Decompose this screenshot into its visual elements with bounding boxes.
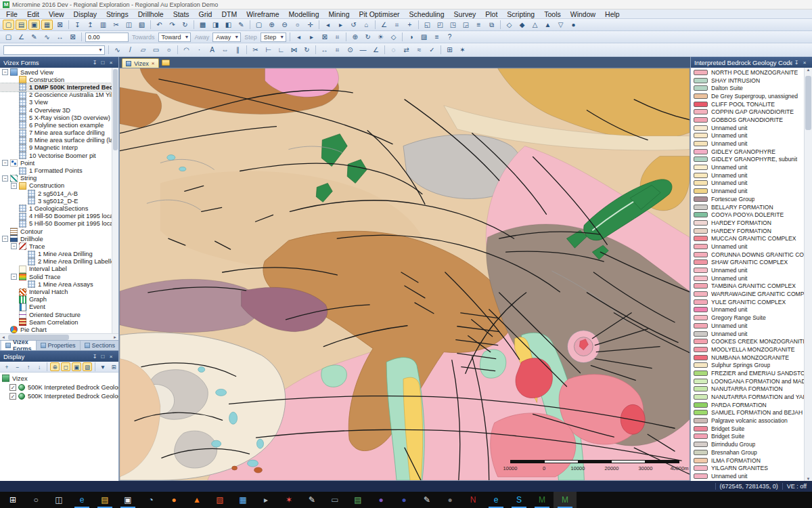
tree-item-oriented-structure[interactable]: Oriented Structure: [0, 311, 112, 318]
taskbar-photos-icon[interactable]: ▦: [231, 492, 254, 508]
tab-close-icon[interactable]: ×: [152, 60, 155, 66]
tree-item-event[interactable]: Event: [0, 303, 112, 311]
menu-plot[interactable]: Plot: [480, 9, 502, 19]
export-icon[interactable]: ↥: [85, 20, 96, 30]
polygon-icon[interactable]: ▱: [137, 45, 149, 55]
layer-list-icon[interactable]: ≡: [473, 20, 484, 30]
point-tool-icon[interactable]: ·: [194, 45, 205, 55]
tree-expander-icon[interactable]: −: [11, 274, 17, 280]
tree-item-saved-view[interactable]: −Saved View: [0, 68, 112, 76]
legend-item[interactable]: Dalton Suite: [694, 84, 804, 92]
dock-tab-vizex-forms[interactable]: Vizex Forms: [1, 341, 37, 350]
rotate-view-icon[interactable]: ↻: [362, 32, 374, 42]
taskbar-media-player-icon[interactable]: ▸: [254, 492, 277, 508]
clip-toggle-icon[interactable]: ⊠: [319, 32, 330, 42]
legend-item[interactable]: CORUNNA DOWNS GRANITIC COMPLEX: [694, 251, 804, 259]
tree-item-1-dmp-500k-interpreted-bedrock[interactable]: 1 DMP 500K Interpreted Bedrock: [0, 83, 112, 91]
save-file-icon[interactable]: ▣: [28, 20, 40, 30]
legend-item[interactable]: De Grey Supergroup, unassigned: [694, 92, 804, 100]
grid-display-icon[interactable]: ⌗: [391, 20, 403, 30]
next-view-icon[interactable]: ▸: [335, 20, 346, 30]
legend-item[interactable]: Unnamed unit: [694, 179, 804, 188]
menu-modelling[interactable]: Modelling: [284, 9, 324, 19]
menu-dtm[interactable]: DTM: [217, 9, 242, 19]
vizex-tree-hscrollbar[interactable]: ◄ ►: [0, 333, 118, 340]
legend-item[interactable]: Bridget Suite: [694, 425, 804, 433]
select-icon[interactable]: ▢: [253, 20, 265, 30]
tree-item-construction[interactable]: −Construction: [0, 182, 112, 190]
help-mode-icon[interactable]: ?: [444, 32, 455, 42]
tree-item-4-hill-50-boomer-pit-1995-local-clean[interactable]: 4 Hill-50 Boomer pit 1995 local clean: [0, 213, 112, 220]
menu-wireframe[interactable]: Wireframe: [242, 9, 284, 19]
legend-item[interactable]: Unnamed unit: [694, 187, 804, 195]
tree-expander-icon[interactable]: −: [2, 160, 8, 166]
taskbar-irfanview-icon[interactable]: ▧: [208, 492, 231, 508]
menu-tools[interactable]: Tools: [539, 9, 566, 19]
legend-item[interactable]: COPPIN GAP GRANODIORITE: [694, 108, 804, 116]
tree-item-9-magnetic-interp[interactable]: 9 Magnetic Interp: [0, 144, 112, 152]
open-file-icon[interactable]: ▤: [16, 20, 27, 30]
tree-expander-icon[interactable]: −: [11, 183, 17, 189]
tree-expander-icon[interactable]: −: [2, 175, 8, 182]
menu-edit[interactable]: Edit: [22, 9, 44, 19]
dock-tab-sections[interactable]: Sections: [81, 341, 120, 350]
menu-window[interactable]: Window: [566, 9, 600, 19]
legend-item[interactable]: Unnamed unit: [694, 330, 804, 338]
legend-item[interactable]: Unnamed unit: [694, 306, 804, 314]
dimension-icon[interactable]: ⇔: [219, 45, 231, 55]
zoom-extents-icon[interactable]: ○: [292, 20, 303, 30]
taskbar-green-doc-icon[interactable]: ▤: [346, 492, 369, 508]
close-icon[interactable]: ×: [107, 60, 115, 66]
tree-item-interval-hatch[interactable]: Interval Hatch: [0, 288, 112, 295]
edit-string-icon[interactable]: ∿: [41, 32, 53, 42]
group-layers-icon[interactable]: ⊞: [109, 362, 118, 371]
taskbar-blue-app-icon[interactable]: ●: [392, 492, 415, 508]
move-point-icon[interactable]: ↔: [54, 32, 66, 42]
tree-item-3-view[interactable]: 3 View: [0, 99, 112, 106]
previous-view-icon[interactable]: ◂: [322, 20, 334, 30]
legend-item[interactable]: WARRAWAGINE GRANITIC COMPLEX: [694, 290, 804, 298]
mirror-icon[interactable]: ⋈: [288, 45, 300, 55]
legend-item[interactable]: FREZIER and EMERIAU SANDSTONES: [694, 369, 804, 377]
legend-item[interactable]: Palgrave volcanic association: [694, 417, 804, 425]
tree-item-1-mine-area-assays[interactable]: 1 Mine Area Assays: [0, 280, 112, 288]
legend-item[interactable]: COOKES CREEK MONZOGRANITE: [694, 337, 804, 345]
taskbar-search-icon[interactable]: ○: [24, 492, 47, 508]
orbit-icon[interactable]: ↺: [348, 20, 359, 30]
legend-item[interactable]: COOYA POOYA DOLERITE: [694, 211, 804, 219]
menu-view[interactable]: View: [44, 9, 69, 19]
zoom-out-icon[interactable]: ⊖: [279, 20, 290, 30]
rotate-tool-icon[interactable]: ↻: [301, 45, 313, 55]
legend-item[interactable]: Unnamed unit: [694, 132, 804, 140]
legend-item[interactable]: Unnamed unit: [694, 274, 804, 282]
filter-layers-icon[interactable]: ▼: [98, 362, 108, 371]
legend-item[interactable]: Bridget Suite: [694, 433, 804, 441]
tree-item-point[interactable]: −Point: [0, 159, 112, 167]
trim-icon[interactable]: ✂: [250, 45, 261, 55]
plot-editor-icon[interactable]: ◨: [210, 20, 221, 30]
move-down-icon[interactable]: ↓: [35, 362, 44, 371]
legend-item[interactable]: NUMBANA MONZOGRANITE: [694, 354, 804, 362]
tree-item-contour[interactable]: Contour: [0, 228, 112, 235]
tree-item-4-overview-3d[interactable]: 4 Overview 3D: [0, 106, 112, 114]
refresh-icon[interactable]: ↻: [179, 20, 191, 30]
tree-item-2-sg5014-a-b[interactable]: 2 sg5014_A-B: [0, 190, 112, 197]
view-section-icon[interactable]: ▽: [555, 20, 566, 30]
maximize-icon[interactable]: □: [99, 60, 107, 66]
taskbar-store-icon[interactable]: ▣: [116, 492, 139, 508]
legend-item[interactable]: SHAW GRANITIC COMPLEX: [694, 259, 804, 267]
section-offset-input[interactable]: [85, 33, 129, 42]
tree-item-3-sg5012-d-e[interactable]: 3 sg5012_D-E: [0, 197, 112, 205]
taskbar-skype-icon[interactable]: S: [508, 492, 531, 508]
menu-drillhole[interactable]: Drillhole: [133, 9, 168, 19]
zoom-in-icon[interactable]: ⊕: [266, 20, 277, 30]
map-viewport[interactable]: 10000010000200003000040000m: [119, 68, 690, 481]
polyline-icon[interactable]: /: [125, 45, 136, 55]
legend-item[interactable]: NANUTARRA FORMATION: [694, 385, 804, 394]
display-layer-row[interactable]: ✓500K Interpreted Bedrock Geology Struct…: [0, 383, 118, 391]
close-icon[interactable]: ×: [800, 60, 809, 66]
tree-item-5-hill-50-boomer-pit-1995-local[interactable]: 5 Hill-50 Boomer pit 1995 local: [0, 220, 112, 228]
open-form-folder-icon[interactable]: [162, 60, 170, 66]
legend-item[interactable]: CLIFF POOL TONALITE: [694, 100, 804, 108]
taskbar-purple-app-icon[interactable]: ●: [369, 492, 392, 508]
